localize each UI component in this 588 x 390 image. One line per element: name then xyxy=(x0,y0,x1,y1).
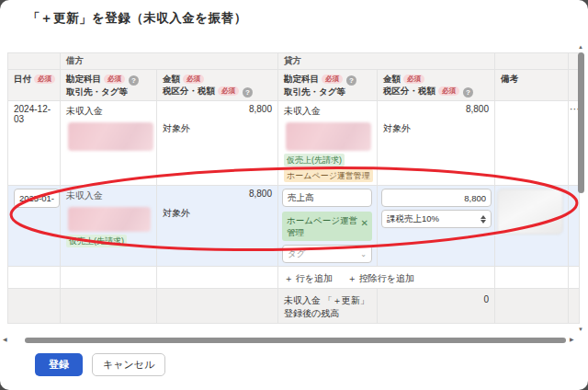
tag-select-placeholder: タグ xyxy=(288,248,305,260)
cell-empty xyxy=(8,267,61,289)
header-debit-account: 勘定科目必須? 取引先・タグ等 xyxy=(61,70,157,101)
dialog-title: 「＋更新」を登録（未収入金を振替） xyxy=(28,10,247,27)
header-memo: 備考 xyxy=(495,70,569,101)
required-badge: 必須 xyxy=(34,75,55,84)
cell-empty xyxy=(61,267,157,289)
group-header-memo-spacer xyxy=(495,53,569,70)
balance-value: 0 xyxy=(383,292,489,304)
cell-debit-account: 未収入金 xyxy=(61,101,157,186)
required-badge: 必須 xyxy=(322,75,343,84)
header-account-label: 勘定科目 xyxy=(284,74,319,84)
cell-row-menu xyxy=(569,186,580,267)
required-badge: 必須 xyxy=(438,86,459,96)
cell-credit-amount: 8,800 対象外 xyxy=(378,101,495,186)
cell-empty xyxy=(61,289,157,324)
header-amount-label: 金額 xyxy=(163,74,180,84)
help-icon[interactable]: ? xyxy=(346,75,356,86)
header-account-label: 勘定科目 xyxy=(66,74,101,84)
journal-entry-table: 借方 貸方 日付必須 勘定科目必須? 取引先・タグ等 金額必須 税区分・税額必須… xyxy=(7,52,580,324)
tax-category-value: 対象外 xyxy=(383,122,489,135)
header-amount-label: 金額 xyxy=(383,74,401,84)
credit-account-input[interactable] xyxy=(282,189,372,207)
cell-date: 2024-12-03 xyxy=(8,101,61,186)
group-header-debit: 借方 xyxy=(61,53,278,70)
cell-memo xyxy=(495,186,569,267)
scroll-up-arrow-icon[interactable]: ▲ xyxy=(578,44,583,50)
scroll-left-arrow-icon[interactable]: ◀ xyxy=(3,337,7,343)
account-value: 未収入金 xyxy=(66,189,151,202)
cancel-button[interactable]: キャンセル xyxy=(92,353,165,376)
selected-tag-label: ホームページ運営管理 xyxy=(287,215,357,237)
amount-value: 8,800 xyxy=(383,104,489,114)
column-header-row: 日付必須 勘定科目必須? 取引先・タグ等 金額必須 税区分・税額必須? 勘定科目… xyxy=(8,70,580,101)
date-input[interactable] xyxy=(14,189,60,208)
chevron-down-icon: ⌄ xyxy=(360,250,367,258)
help-icon[interactable]: ? xyxy=(243,87,253,98)
register-transfer-dialog: 「＋更新」を登録（未収入金を振替） 借方 貸方 日付必須 勘定科目必須? 取引先… xyxy=(0,0,588,390)
balance-summary-row: 未収入金 「＋更新」登録後の残高 0 xyxy=(8,289,580,324)
help-icon[interactable]: ? xyxy=(463,87,473,98)
cell-add-buttons: ＋ 行を追加 ＋ 控除行を追加 xyxy=(278,267,495,289)
cell-debit-account: 未収入金 仮売上(先請求) xyxy=(61,186,157,267)
journal-row-new: 未収入金 仮売上(先請求) 8,800 対象外 ホームページ運営管理 ✕ タグ … xyxy=(8,186,580,267)
account-value: 未収入金 xyxy=(284,105,371,118)
balance-label: 未収入金 「＋更新」登録後の残高 xyxy=(284,292,371,320)
header-date: 日付必須 xyxy=(8,70,61,101)
amount-value: 8,800 xyxy=(163,104,272,114)
cell-date xyxy=(8,186,61,267)
tag-select[interactable]: タグ ⌄ xyxy=(282,245,372,263)
header-credit-account: 勘定科目必須? 取引先・タグ等 xyxy=(278,70,378,101)
add-row-button[interactable]: ＋ 行を追加 xyxy=(284,272,333,285)
journal-row-existing: 2024-12-03 未収入金 8,800 対象外 未収入金 仮売上(先請求) … xyxy=(8,101,580,186)
group-header-row: 借方 貸方 xyxy=(8,53,580,70)
group-header-credit: 貸方 xyxy=(278,53,495,70)
add-row-controls: ＋ 行を追加 ＋ 控除行を追加 xyxy=(8,267,580,289)
date-value: 2024-12-03 xyxy=(14,104,51,124)
header-credit-amount: 金額必須 税区分・税額必須? xyxy=(378,70,495,101)
header-tax-label: 税区分・税額 xyxy=(163,86,215,96)
cell-empty xyxy=(569,289,580,324)
tag-item-segment: 仮売上(先請求) xyxy=(284,154,345,166)
vertical-scrollbar-thumb[interactable] xyxy=(578,52,584,193)
required-badge: 必須 xyxy=(218,86,239,96)
add-deduction-row-button[interactable]: ＋ 控除行を追加 xyxy=(347,272,414,285)
selected-tag-chip[interactable]: ホームページ運営管理 ✕ xyxy=(282,212,372,241)
cell-empty xyxy=(8,289,61,324)
header-debit-amount: 金額必須 税区分・税額必須? xyxy=(157,70,278,101)
redacted-partner xyxy=(68,207,151,232)
header-tax-label: 税区分・税額 xyxy=(383,86,435,96)
cell-empty xyxy=(157,289,278,324)
redacted-memo[interactable] xyxy=(497,189,563,235)
horizontal-scrollbar-thumb[interactable] xyxy=(25,338,566,343)
amount-value: 8,800 xyxy=(163,189,272,199)
header-partner-tags-label: 取引先・タグ等 xyxy=(66,86,128,97)
cell-empty xyxy=(157,267,278,289)
cell-credit-account: ホームページ運営管理 ✕ タグ ⌄ xyxy=(278,186,378,267)
credit-amount-input[interactable] xyxy=(381,189,492,207)
cell-credit-account: 未収入金 仮売上(先請求) ホームページ運営管理 xyxy=(278,101,378,186)
redacted-partner xyxy=(68,122,153,151)
header-date-label: 日付 xyxy=(14,74,31,84)
cell-empty xyxy=(495,267,569,289)
register-button[interactable]: 登録 xyxy=(35,353,83,376)
row-menu-icon[interactable]: ⋯ xyxy=(570,103,578,115)
tag-item-segment: 仮売上(先請求) xyxy=(66,235,127,247)
scroll-down-arrow-icon[interactable]: ▼ xyxy=(578,327,583,332)
tag-item-department: ホームページ運営管理 xyxy=(284,169,373,182)
cell-empty xyxy=(569,267,580,289)
cell-credit-amount: 課税売上10% xyxy=(378,186,495,267)
cell-empty xyxy=(495,289,569,324)
group-header-spacer xyxy=(8,53,61,70)
cell-balance-label: 未収入金 「＋更新」登録後の残高 xyxy=(278,289,378,324)
required-badge: 必須 xyxy=(183,75,204,84)
cell-debit-amount: 8,800 対象外 xyxy=(157,186,278,267)
scroll-right-arrow-icon[interactable]: ▶ xyxy=(570,337,574,343)
tax-category-select[interactable]: 課税売上10% xyxy=(381,210,492,228)
cell-balance-value: 0 xyxy=(378,289,495,324)
cell-debit-amount: 8,800 対象外 xyxy=(157,101,278,186)
remove-tag-icon[interactable]: ✕ xyxy=(361,219,368,228)
header-partner-tags-label: 取引先・タグ等 xyxy=(284,86,345,97)
account-value: 未収入金 xyxy=(66,105,151,118)
help-icon[interactable]: ? xyxy=(129,75,139,86)
cell-memo xyxy=(495,101,569,186)
